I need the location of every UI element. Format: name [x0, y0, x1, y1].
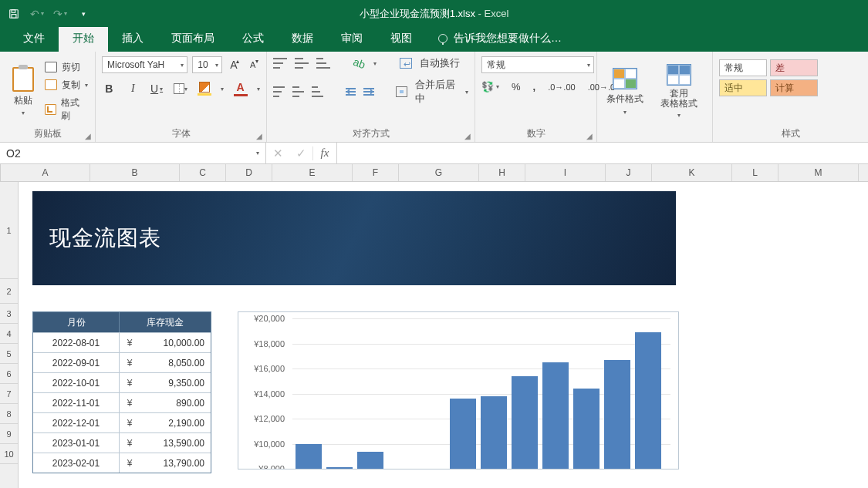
- tab-data[interactable]: 数据: [278, 26, 327, 52]
- align-top-button[interactable]: [273, 58, 287, 69]
- column-header[interactable]: N: [859, 164, 868, 181]
- undo-icon[interactable]: ↶▾: [31, 8, 43, 20]
- table-row[interactable]: 2023-01-01¥13,590.00: [33, 432, 211, 453]
- chevron-down-icon[interactable]: ▾: [221, 86, 224, 93]
- column-header[interactable]: I: [525, 164, 606, 181]
- underline-button[interactable]: U▾: [150, 82, 164, 95]
- redo-icon[interactable]: ↷▾: [54, 8, 66, 20]
- tab-home[interactable]: 开始: [59, 26, 108, 52]
- save-icon[interactable]: [8, 8, 20, 20]
- copy-button[interactable]: 复制▾: [45, 79, 89, 92]
- table-row[interactable]: 2022-10-01¥9,350.00: [33, 372, 211, 392]
- font-name-combo[interactable]: Microsoft YaH▾: [102, 56, 187, 73]
- align-center-button[interactable]: [292, 86, 304, 97]
- spreadsheet-grid[interactable]: 1 2 3 4 5 6 7 8 9 10 现金流图表 月份 库存现金 2022-…: [0, 182, 868, 488]
- wrap-text-button[interactable]: 自动换行: [420, 56, 460, 70]
- column-header[interactable]: F: [353, 164, 399, 181]
- formula-input[interactable]: [336, 143, 868, 163]
- format-painter-button[interactable]: 格式刷: [45, 96, 89, 123]
- tab-page-layout[interactable]: 页面布局: [157, 26, 228, 52]
- column-header[interactable]: J: [606, 164, 652, 181]
- cancel-formula-button[interactable]: ✕: [266, 146, 289, 160]
- chart-y-tick: ¥16,000: [254, 364, 285, 373]
- column-header[interactable]: L: [732, 164, 778, 181]
- orientation-button[interactable]: ab: [352, 56, 367, 71]
- increase-decimal-button[interactable]: .0→.00: [548, 82, 575, 92]
- column-header[interactable]: M: [778, 164, 859, 181]
- dialog-launcher-icon[interactable]: ◢: [83, 131, 93, 140]
- conditional-formatting-label: 条件格式: [606, 93, 643, 106]
- tab-view[interactable]: 视图: [377, 26, 426, 52]
- font-size-combo[interactable]: 10▾: [192, 56, 221, 73]
- align-right-button[interactable]: [312, 86, 323, 97]
- cells-area[interactable]: 现金流图表 月份 库存现金 2022-08-01¥10,000.002022-0…: [19, 182, 868, 488]
- table-row[interactable]: 2022-12-01¥2,190.00: [33, 412, 211, 432]
- fill-color-button[interactable]: [197, 82, 211, 96]
- row-header[interactable]: 4: [0, 324, 18, 344]
- cell-style-calc[interactable]: 计算: [770, 79, 818, 96]
- row-header[interactable]: 1: [0, 182, 18, 279]
- column-header[interactable]: G: [399, 164, 479, 181]
- cell-currency: ¥: [120, 393, 140, 412]
- row-header[interactable]: 6: [0, 364, 18, 384]
- table-row[interactable]: 2022-08-01¥10,000.00: [33, 332, 211, 352]
- tab-review[interactable]: 审阅: [327, 26, 377, 52]
- tab-formulas[interactable]: 公式: [228, 26, 278, 52]
- border-button[interactable]: ▾: [173, 83, 187, 94]
- table-row[interactable]: 2023-02-01¥13,790.00: [33, 453, 211, 473]
- column-header[interactable]: B: [90, 164, 180, 181]
- tab-file[interactable]: 文件: [9, 26, 59, 52]
- row-header[interactable]: 9: [0, 424, 18, 444]
- chevron-down-icon[interactable]: ▾: [257, 86, 260, 93]
- dialog-launcher-icon[interactable]: ◢: [255, 131, 264, 140]
- column-header[interactable]: K: [652, 164, 732, 181]
- column-header[interactable]: H: [479, 164, 525, 181]
- align-bottom-button[interactable]: [316, 58, 330, 69]
- cell-style-neutral[interactable]: 适中: [719, 79, 767, 96]
- table-row[interactable]: 2022-09-01¥8,050.00: [33, 352, 211, 372]
- align-left-button[interactable]: [273, 86, 285, 97]
- table-row[interactable]: 2022-11-01¥890.00: [33, 392, 211, 412]
- column-header[interactable]: D: [226, 164, 272, 181]
- dialog-launcher-icon[interactable]: ◢: [463, 131, 472, 140]
- align-middle-button[interactable]: [295, 58, 309, 69]
- accounting-format-button[interactable]: 💱▾: [481, 81, 499, 93]
- increase-indent-button[interactable]: [363, 87, 373, 96]
- increase-font-button[interactable]: A▴: [227, 56, 241, 73]
- tell-me[interactable]: 告诉我您想要做什么…: [426, 26, 574, 52]
- dialog-launcher-icon[interactable]: ◢: [585, 131, 594, 140]
- font-color-button[interactable]: A: [233, 81, 248, 96]
- row-header[interactable]: 5: [0, 344, 18, 364]
- decrease-font-button[interactable]: A▾: [245, 56, 260, 73]
- cell-style-normal[interactable]: 常规: [719, 59, 767, 76]
- percent-button[interactable]: %: [512, 81, 521, 93]
- qat-customize-icon[interactable]: ▾: [77, 8, 90, 20]
- chevron-down-icon[interactable]: ▾: [465, 89, 468, 96]
- chevron-down-icon: ▾: [677, 112, 681, 119]
- cell-style-bad[interactable]: 差: [770, 59, 818, 76]
- row-header[interactable]: 8: [0, 404, 18, 424]
- cut-button[interactable]: 剪切: [45, 61, 89, 74]
- row-header[interactable]: 7: [0, 384, 18, 404]
- number-format-combo[interactable]: 常规▾: [481, 56, 594, 73]
- conditional-formatting-button[interactable]: 条件格式 ▾: [603, 68, 647, 116]
- row-header[interactable]: 2: [0, 279, 18, 304]
- insert-function-button[interactable]: fx: [313, 146, 336, 160]
- tab-insert[interactable]: 插入: [108, 26, 157, 52]
- row-header[interactable]: 10: [0, 444, 18, 464]
- row-header[interactable]: 3: [0, 304, 18, 324]
- bold-button[interactable]: B: [102, 82, 117, 95]
- merge-center-button[interactable]: 合并后居中: [415, 78, 458, 106]
- name-box[interactable]: O2 ▾: [0, 143, 266, 163]
- column-header[interactable]: C: [180, 164, 226, 181]
- column-header[interactable]: E: [272, 164, 353, 181]
- paste-button[interactable]: 粘贴 ▾: [6, 67, 40, 116]
- format-as-table-button[interactable]: 套用 表格格式 ▾: [657, 64, 701, 119]
- decrease-indent-button[interactable]: [346, 87, 356, 96]
- comma-button[interactable]: ,: [533, 81, 536, 93]
- format-painter-label: 格式刷: [61, 96, 89, 123]
- italic-button[interactable]: I: [126, 82, 140, 95]
- column-header[interactable]: A: [1, 164, 90, 181]
- enter-formula-button[interactable]: ✓: [289, 146, 312, 160]
- chevron-down-icon[interactable]: ▾: [373, 60, 377, 67]
